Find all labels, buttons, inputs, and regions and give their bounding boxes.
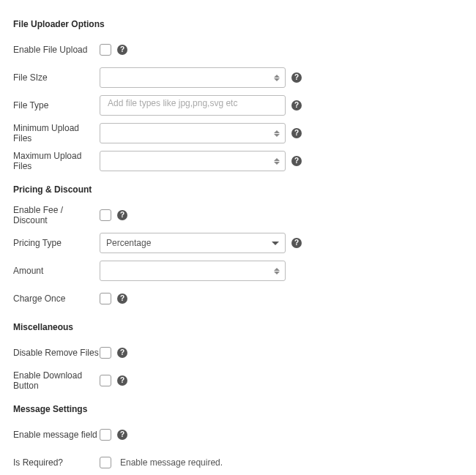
input-min-upload[interactable]: [100, 123, 286, 143]
select-pricing-type-value: Percentage: [106, 238, 151, 248]
checkbox-enable-fee[interactable]: [100, 209, 111, 221]
label-enable-fee: Enable Fee / Discount: [13, 205, 100, 225]
help-icon[interactable]: ?: [291, 100, 302, 111]
section-misc-title: Miscellaneous: [13, 322, 463, 332]
select-pricing-type[interactable]: Percentage: [100, 233, 286, 253]
help-icon[interactable]: ?: [117, 430, 127, 440]
chevron-down-icon: [272, 242, 279, 245]
checkbox-enable-file-upload[interactable]: [100, 44, 111, 56]
label-enable-file-upload: Enable File Upload: [13, 45, 100, 55]
label-pricing-type: Pricing Type: [13, 238, 100, 248]
label-enable-download: Enable Download Button: [13, 370, 100, 391]
section-message-title: Message Settings: [13, 404, 463, 414]
help-icon[interactable]: ?: [291, 238, 302, 248]
label-file-type: File Type: [13, 100, 100, 111]
checkbox-enable-message-field[interactable]: [100, 429, 111, 441]
checkbox-charge-once[interactable]: [100, 293, 111, 304]
label-charge-once: Charge Once: [13, 293, 100, 304]
input-amount[interactable]: [100, 261, 286, 281]
spinner-icon[interactable]: [272, 263, 282, 278]
input-max-upload[interactable]: [100, 151, 286, 171]
label-enable-message-field: Enable message field: [13, 430, 100, 440]
section-file-uploader-title: File Uploader Options: [13, 19, 463, 29]
help-icon[interactable]: ?: [117, 375, 127, 386]
help-icon[interactable]: ?: [291, 72, 302, 83]
input-file-size[interactable]: [100, 67, 286, 88]
label-file-size: File SIze: [13, 72, 100, 83]
help-icon[interactable]: ?: [117, 348, 127, 358]
label-max-upload: Maximum Upload Files: [13, 151, 100, 171]
checkbox-enable-download[interactable]: [100, 375, 111, 386]
help-icon[interactable]: ?: [117, 293, 127, 304]
help-icon[interactable]: ?: [117, 45, 127, 55]
label-min-upload: Minimum Upload Files: [13, 123, 100, 143]
checkbox-disable-remove[interactable]: [100, 347, 111, 359]
help-icon[interactable]: ?: [117, 210, 127, 220]
help-icon[interactable]: ?: [291, 156, 302, 166]
label-disable-remove: Disable Remove Files: [13, 348, 100, 358]
input-file-type[interactable]: [106, 97, 279, 109]
spinner-icon[interactable]: [272, 154, 282, 168]
help-icon[interactable]: ?: [291, 128, 302, 138]
section-pricing-title: Pricing & Discount: [13, 184, 463, 195]
spinner-icon[interactable]: [272, 70, 282, 85]
label-amount: Amount: [13, 266, 100, 276]
input-file-type-wrapper: [100, 95, 286, 116]
text-enable-message-required: Enable message required.: [120, 457, 223, 468]
label-is-required: Is Required?: [13, 457, 100, 468]
spinner-icon[interactable]: [272, 126, 282, 141]
checkbox-is-required[interactable]: [100, 457, 111, 468]
